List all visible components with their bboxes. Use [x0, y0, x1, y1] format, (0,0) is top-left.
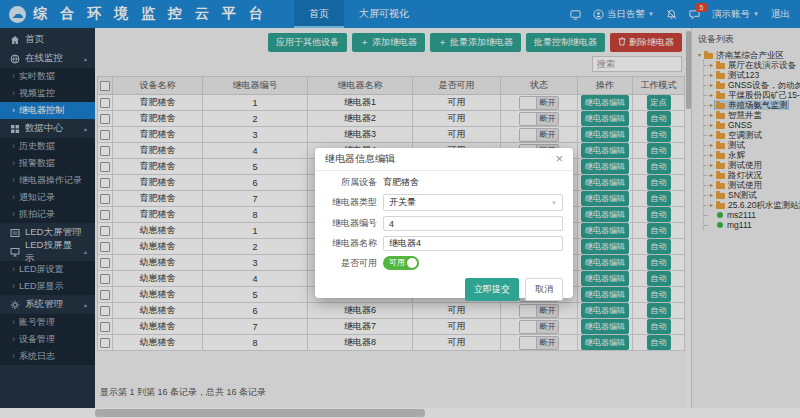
submit-button[interactable]: 立即提交 [465, 278, 519, 301]
device-field-label: 所属设备 [325, 176, 377, 189]
cancel-button[interactable]: 取消 [525, 278, 563, 301]
close-icon[interactable]: × [555, 148, 563, 170]
available-toggle[interactable]: 可用 [383, 256, 419, 270]
device-field-value: 育肥猪舍 [383, 176, 419, 189]
toggle-knob [407, 258, 417, 268]
modal-body: 所属设备 育肥猪舍 继电器类型 开关量 ▼ 继电器编号 继电器名称 是否可用 [315, 171, 573, 270]
horizontal-scrollbar-thumb[interactable] [95, 409, 425, 417]
modal-header: 继电器信息编辑 × [315, 148, 573, 171]
available-field-label: 是否可用 [325, 257, 377, 270]
modal-footer: 立即提交 取消 [315, 275, 573, 301]
relay-edit-modal: 继电器信息编辑 × 所属设备 育肥猪舍 继电器类型 开关量 ▼ 继电器编号 继电… [315, 148, 573, 298]
relay-name-input[interactable] [383, 236, 563, 251]
name-field-label: 继电器名称 [325, 237, 377, 250]
modal-title: 继电器信息编辑 [325, 148, 395, 170]
number-field-label: 继电器编号 [325, 217, 377, 230]
relay-type-select[interactable]: 开关量 ▼ [383, 194, 563, 211]
relay-number-input[interactable] [383, 216, 563, 231]
available-toggle-label: 可用 [389, 258, 405, 267]
chevron-down-icon: ▼ [551, 200, 557, 206]
type-field-label: 继电器类型 [325, 196, 377, 209]
app-window: ☁ 综合环境监控云平台 首页大屏可视化 当日告警 ▼ 5 演示账号 ▼ [0, 0, 800, 418]
relay-type-value: 开关量 [389, 196, 416, 209]
horizontal-scrollbar[interactable] [0, 408, 800, 418]
